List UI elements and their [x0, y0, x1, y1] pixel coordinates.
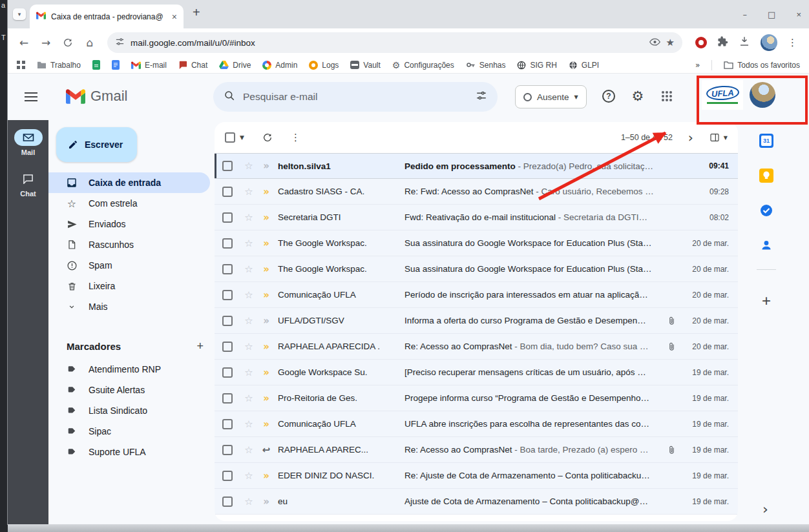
bookmark-docs[interactable]: [112, 60, 120, 70]
main-menu-icon[interactable]: [25, 92, 37, 101]
importance-icon[interactable]: »: [260, 212, 273, 223]
bookmark-drive[interactable]: Drive: [219, 61, 251, 70]
calendar-icon[interactable]: 31: [759, 134, 773, 148]
label-item-sipac[interactable]: Sipac: [48, 421, 210, 442]
bookmarks-overflow-chevron[interactable]: »: [695, 61, 700, 70]
sidebar-item-inbox[interactable]: Caixa de entrada: [48, 172, 210, 193]
sidebar-item-spam[interactable]: Spam: [48, 255, 210, 276]
label-item-atendimento-rnp[interactable]: Atendimento RNP: [48, 359, 210, 380]
browser-tab[interactable]: Caixa de entrada - pedroviana@ ×: [30, 5, 184, 28]
help-button[interactable]: ?: [600, 88, 617, 105]
select-all-checkbox[interactable]: [225, 132, 235, 143]
email-checkbox[interactable]: [222, 471, 233, 481]
email-checkbox[interactable]: [222, 342, 233, 352]
email-checkbox[interactable]: [222, 161, 233, 171]
compose-button[interactable]: Escrever: [56, 127, 137, 162]
email-checkbox[interactable]: [222, 393, 233, 404]
profile-area[interactable]: UFLA: [702, 80, 775, 110]
tab-close-icon[interactable]: ×: [172, 12, 177, 22]
search-bar[interactable]: [213, 82, 498, 112]
settings-gear-icon[interactable]: ⚙: [629, 88, 646, 105]
importance-icon[interactable]: »: [260, 341, 273, 353]
window-close-button[interactable]: ×: [796, 10, 801, 19]
email-checkbox[interactable]: [222, 419, 233, 429]
email-checkbox[interactable]: [222, 187, 233, 197]
star-icon[interactable]: ☆: [243, 160, 255, 172]
extensions-puzzle-icon[interactable]: [717, 36, 728, 50]
email-row[interactable]: ☆ » UFLA/DGTI/SGV Informa a oferta do cu…: [215, 308, 738, 334]
browser-profile-avatar[interactable]: [761, 34, 777, 51]
bookmark-configuracoes[interactable]: ⚙ Configurações: [392, 60, 454, 70]
rail-item-mail[interactable]: Mail: [14, 129, 43, 156]
forward-button[interactable]: →: [36, 33, 56, 52]
importance-icon[interactable]: »: [260, 393, 273, 404]
email-row[interactable]: ☆ » EDER DINIZ DO NASCI. Re: Ajuste de C…: [215, 463, 738, 489]
importance-icon[interactable]: »: [260, 367, 273, 378]
bookmark-star-icon[interactable]: ★: [666, 37, 675, 48]
star-icon[interactable]: ☆: [243, 289, 255, 301]
star-icon[interactable]: ☆: [243, 444, 255, 456]
star-icon[interactable]: ☆: [243, 238, 255, 249]
select-dropdown-icon[interactable]: ▼: [240, 134, 244, 141]
importance-icon[interactable]: »: [260, 315, 273, 327]
importance-icon[interactable]: »: [260, 186, 273, 198]
search-filter-icon[interactable]: [476, 90, 487, 104]
tab-search-button[interactable]: ▾: [13, 8, 26, 20]
privacy-eye-icon[interactable]: [649, 37, 660, 48]
bookmark-trabalho[interactable]: Trabalho: [37, 61, 81, 70]
importance-icon[interactable]: »: [260, 289, 273, 301]
sidebar-item-starred[interactable]: ☆ Com estrela: [48, 193, 210, 214]
sidebar-item-more[interactable]: Mais: [48, 296, 210, 317]
bookmark-senhas[interactable]: Senhas: [466, 61, 506, 70]
importance-icon[interactable]: »: [260, 470, 273, 482]
browser-menu-icon[interactable]: ⋮: [788, 37, 797, 48]
search-input[interactable]: [243, 91, 468, 103]
star-icon[interactable]: ☆: [243, 496, 255, 507]
rail-item-chat[interactable]: Chat: [14, 170, 43, 198]
star-icon[interactable]: ☆: [243, 341, 255, 353]
split-pane-toggle[interactable]: ▼: [709, 132, 728, 143]
red-extension-icon[interactable]: [695, 37, 707, 48]
label-item-lista-sindicato[interactable]: Lista Sindicato: [48, 400, 210, 421]
window-maximize-button[interactable]: □: [768, 10, 775, 19]
bookmark-glpi[interactable]: GLPI: [569, 61, 599, 70]
back-button[interactable]: ←: [14, 33, 34, 52]
star-icon[interactable]: ☆: [243, 367, 255, 378]
email-row[interactable]: ☆ » The Google Workspac. Sua assinatura …: [215, 230, 738, 256]
reload-button[interactable]: [58, 33, 78, 52]
email-row[interactable]: ☆ » Google Workspace Su. [Preciso recupe…: [215, 360, 738, 385]
downloads-icon[interactable]: [739, 36, 750, 50]
label-item-gsuite-alertas[interactable]: Gsuite Alertas: [48, 380, 210, 400]
star-icon[interactable]: ☆: [243, 186, 255, 198]
bookmark-vault[interactable]: Vault: [350, 61, 380, 70]
bookmark-admin[interactable]: Admin: [262, 61, 297, 70]
email-row[interactable]: ☆ » eu Ajuste de Cota de Armazenamento –…: [215, 489, 738, 515]
email-checkbox[interactable]: [222, 316, 233, 326]
email-checkbox[interactable]: [222, 290, 233, 300]
star-icon[interactable]: ☆: [243, 263, 255, 275]
email-row[interactable]: ☆ » Secretaria DGTI Fwd: Reativação do e…: [215, 205, 738, 230]
address-bar[interactable]: mail.google.com/mail/u/0/#inbox ★: [107, 32, 682, 53]
home-button[interactable]: ⌂: [80, 33, 100, 52]
bookmark-email[interactable]: E-mail: [131, 61, 167, 70]
star-icon[interactable]: ☆: [243, 418, 255, 430]
email-checkbox[interactable]: [222, 496, 233, 507]
next-page-chevron[interactable]: ›: [688, 130, 693, 145]
importance-icon[interactable]: »: [260, 418, 273, 430]
contacts-icon[interactable]: [759, 238, 773, 252]
add-label-button[interactable]: +: [196, 340, 204, 353]
keep-icon[interactable]: [759, 169, 773, 183]
sidebar-item-sent[interactable]: Enviados: [48, 214, 210, 234]
bookmark-chat[interactable]: Chat: [178, 61, 207, 70]
window-minimize-button[interactable]: –: [743, 10, 748, 19]
label-item-suporte-ufla[interactable]: Suporte UFLA: [48, 442, 210, 462]
importance-icon[interactable]: »: [260, 263, 273, 275]
email-checkbox[interactable]: [222, 212, 233, 223]
importance-icon[interactable]: »: [260, 160, 273, 172]
all-bookmarks-button[interactable]: Todos os favoritos: [724, 61, 800, 70]
google-apps-grid-icon[interactable]: [658, 88, 675, 105]
tasks-icon[interactable]: [759, 203, 773, 218]
email-row[interactable]: ☆ » helton.silva1 Pedido em processament…: [215, 153, 738, 179]
refresh-icon[interactable]: [262, 132, 273, 143]
sidebar-item-drafts[interactable]: Rascunhos: [48, 234, 210, 255]
